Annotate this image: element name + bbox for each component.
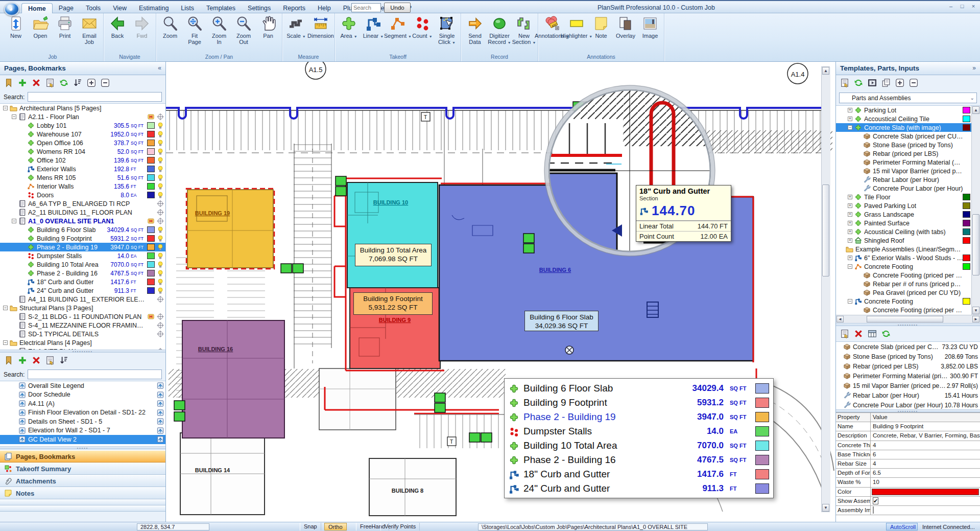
tree-row[interactable]: GC Detail View 2 bbox=[0, 435, 165, 444]
color-swatch[interactable] bbox=[963, 298, 970, 305]
tree-row[interactable]: Building 6 Floor Slab34029.4SQ FT bbox=[0, 225, 165, 234]
color-swatch[interactable] bbox=[147, 226, 155, 233]
plan-canvas[interactable]: A1.5 A1.4 T T BUILDING 19 BUILDING 16 BU… bbox=[166, 62, 835, 522]
tree-row[interactable]: Building 10 Total Area7070.0SQ FT bbox=[0, 260, 165, 269]
color-swatch[interactable] bbox=[963, 263, 970, 270]
visibility-bulb-icon[interactable] bbox=[156, 174, 164, 181]
ribbon-button-count[interactable]: Count ▼ bbox=[410, 14, 435, 40]
visibility-bulb-icon[interactable] bbox=[156, 226, 164, 234]
tree-row[interactable]: + Grass Landscape bbox=[836, 210, 980, 219]
crosshair-icon[interactable] bbox=[156, 200, 164, 207]
tree-row[interactable]: Doors8.0EA bbox=[0, 191, 165, 199]
tree-row[interactable]: Building 9 Footprint5931.2SQ FT bbox=[0, 234, 165, 243]
tree-row[interactable]: Concrete Pour Labor (per Hour) bbox=[836, 184, 980, 193]
color-value-swatch[interactable] bbox=[872, 489, 979, 495]
building-10-area[interactable] bbox=[347, 182, 438, 288]
visibility-bulb-icon[interactable] bbox=[156, 122, 164, 129]
color-swatch[interactable] bbox=[147, 157, 155, 164]
tree-row[interactable]: Pea Gravel (priced per CU YD) bbox=[836, 288, 980, 297]
tree-row[interactable]: S-4_11 MEZZANINE FLOOR FRAMING - BLDG 11 bbox=[0, 321, 165, 330]
color-swatch[interactable] bbox=[963, 255, 970, 261]
ribbon-button-image[interactable]: Image bbox=[638, 14, 662, 39]
tree-expander[interactable]: + bbox=[848, 229, 852, 234]
color-swatch[interactable] bbox=[147, 270, 155, 276]
color-swatch[interactable] bbox=[963, 237, 970, 244]
menu-tab-settings[interactable]: Settings bbox=[242, 3, 277, 14]
color-swatch[interactable] bbox=[147, 244, 155, 250]
tree-row[interactable]: S-2_11 BLDG - 11 FOUNDATION PLAN bbox=[0, 312, 165, 321]
templates-expand-icon[interactable] bbox=[895, 78, 904, 87]
color-swatch[interactable] bbox=[963, 228, 970, 235]
left-splitter-2[interactable]: ••••• bbox=[0, 446, 165, 449]
ribbon-button-open[interactable]: Open bbox=[28, 14, 53, 39]
tree-expander[interactable]: + bbox=[848, 195, 852, 199]
pages-refresh-icon[interactable] bbox=[59, 78, 68, 87]
part-row[interactable]: Concrete Slab (priced per CU YD) 73.23 C… bbox=[836, 342, 980, 352]
ribbon-button-new[interactable]: New bbox=[4, 14, 28, 39]
tree-expander[interactable]: + bbox=[848, 221, 852, 225]
prop-row-waste-[interactable]: Waste %10 bbox=[836, 478, 980, 487]
crosshair-icon[interactable] bbox=[156, 295, 164, 303]
visibility-bulb-icon[interactable] bbox=[156, 139, 164, 147]
tree-row[interactable]: Interior Walls135.6FT bbox=[0, 182, 165, 191]
tree-row[interactable]: + Accoustical Ceiling Tile bbox=[836, 114, 980, 123]
tree-row[interactable]: Exterior Walls192.8FT bbox=[0, 165, 165, 173]
tree-expander[interactable]: − bbox=[3, 106, 8, 110]
tree-row[interactable]: Door Schedule bbox=[0, 390, 165, 400]
tree-expander[interactable]: − bbox=[3, 306, 8, 310]
tree-expander[interactable]: + bbox=[848, 203, 852, 208]
crosshair-icon[interactable] bbox=[156, 209, 164, 216]
color-swatch[interactable] bbox=[963, 211, 970, 218]
visibility-bulb-icon[interactable] bbox=[156, 261, 164, 268]
menu-tab-home[interactable]: Home bbox=[21, 3, 53, 14]
viewport-icon[interactable] bbox=[156, 427, 164, 434]
tree-row[interactable]: − Architectural Plans [5 Pages] bbox=[0, 104, 165, 112]
crosshair-icon[interactable] bbox=[156, 113, 164, 121]
bookmarks-props-icon[interactable] bbox=[45, 356, 55, 365]
prop-row-base-thicknes[interactable]: Base Thicknes6 bbox=[836, 450, 980, 459]
status-toggle-verify-points[interactable]: Verify Points bbox=[380, 523, 420, 530]
tree-row[interactable]: − Structural Plans [3 Pages] bbox=[0, 304, 165, 312]
color-swatch[interactable] bbox=[963, 107, 970, 113]
ribbon-button-area[interactable]: Area ▼ bbox=[337, 14, 361, 40]
prop-row-color[interactable]: Color bbox=[836, 488, 980, 497]
pages-props-icon[interactable] bbox=[45, 78, 55, 87]
scrollbar-thumb[interactable] bbox=[822, 184, 829, 276]
bookmarks-search-input[interactable] bbox=[28, 370, 162, 379]
tree-row[interactable]: A6_6A TYP B_ ENLARGED TI RCP bbox=[0, 199, 165, 208]
visibility-bulb-icon[interactable] bbox=[156, 278, 164, 286]
parts-assemblies-dropdown[interactable]: Parts and Assemblies ⌄ bbox=[839, 93, 977, 103]
prop-row-depth-of-form[interactable]: Depth of Form6.5 bbox=[836, 469, 980, 478]
menu-tab-lists[interactable]: Lists bbox=[175, 3, 200, 14]
scroll-down-icon[interactable]: ▼ bbox=[972, 307, 979, 314]
ribbon-button-zoom-out[interactable]: ZoomOut bbox=[231, 14, 256, 45]
legend-row[interactable]: Building 6 Floor Slab 34029.4 SQ FT bbox=[509, 381, 769, 396]
tree-row[interactable]: + Tile Floor bbox=[836, 193, 980, 201]
ribbon-button-note[interactable]: Note bbox=[589, 14, 613, 39]
tree-row[interactable]: Warehouse 1071952.0SQ FT bbox=[0, 130, 165, 138]
legend-row[interactable]: Phase 2 - Building 16 4767.5 SQ FT bbox=[509, 453, 769, 467]
tree-row[interactable]: Elevation for Wall 2 - SD1 - 7 bbox=[0, 426, 165, 435]
color-swatch[interactable] bbox=[147, 252, 155, 259]
ribbon-button-send-data[interactable]: SendData bbox=[463, 14, 487, 45]
templates-slideshow-icon[interactable] bbox=[868, 78, 877, 87]
pages-delete-icon[interactable] bbox=[32, 78, 41, 87]
scroll-down-icon[interactable]: ▼ bbox=[822, 504, 829, 512]
visibility-bulb-icon[interactable] bbox=[156, 243, 164, 251]
color-swatch[interactable] bbox=[147, 183, 155, 190]
crosshair-icon[interactable] bbox=[156, 348, 164, 350]
nav-pages-bookmarks[interactable]: Pages, Bookmarks bbox=[0, 450, 165, 463]
ribbon-button-highlighter[interactable]: Highlighter ▼ bbox=[564, 14, 589, 40]
building-16-area[interactable] bbox=[182, 320, 284, 438]
color-swatch[interactable] bbox=[147, 174, 155, 181]
menu-tab-tools[interactable]: Tools bbox=[80, 3, 107, 14]
tree-expander[interactable]: + bbox=[848, 108, 852, 112]
visibility-bulb-icon[interactable] bbox=[156, 182, 164, 190]
color-swatch[interactable] bbox=[147, 279, 155, 285]
menu-tab-page[interactable]: Page bbox=[53, 3, 80, 14]
tree-row[interactable]: Open Office 106378.7SQ FT bbox=[0, 138, 165, 147]
ribbon-button-single-click[interactable]: SingleClick ▼ bbox=[435, 14, 459, 46]
legend-row[interactable]: Building 10 Total Area 7070.0 SQ FT bbox=[509, 438, 769, 453]
tree-row[interactable]: 18" Curb and Gutter1417.6FT bbox=[0, 278, 165, 286]
pages-search-input[interactable] bbox=[28, 92, 162, 102]
